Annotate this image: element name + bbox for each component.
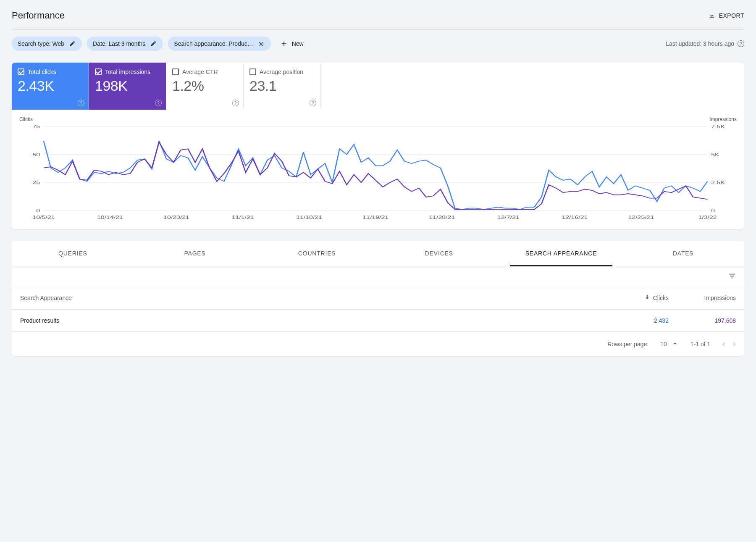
close-icon[interactable] [257,40,265,47]
checkbox-icon [249,68,256,75]
next-page-button[interactable]: › [733,339,736,350]
tab-queries[interactable]: QUERIES [12,241,134,266]
prev-page-button[interactable]: ‹ [722,339,725,350]
chip-date[interactable]: Date: Last 3 months [87,37,163,51]
svg-text:7.5K: 7.5K [711,124,725,129]
metric-tile-average-position[interactable]: Average position 23.1 ? [244,63,321,110]
series-clicks [44,141,708,210]
metric-value: 1.2% [172,78,237,94]
svg-text:12/25/21: 12/25/21 [628,215,654,220]
last-updated-text: Last updated: 3 hours ago [666,40,734,47]
filter-list-icon[interactable] [728,272,736,280]
help-icon[interactable]: ? [155,100,162,106]
col-dimension[interactable]: Search Appearance [12,286,610,310]
svg-text:10/23/21: 10/23/21 [163,215,189,220]
chip-label: Date: Last 3 months [93,40,145,47]
cell-clicks: 2,432 [610,310,677,332]
tab-pages[interactable]: PAGES [134,241,256,266]
cell-impressions: 197,608 [677,310,744,332]
svg-text:11/1/21: 11/1/21 [232,215,254,220]
svg-text:2.5K: 2.5K [711,180,725,185]
tab-dates[interactable]: DATES [622,241,744,266]
time-series-chart[interactable]: 025507502.5K5K7.5K10/5/2110/14/2110/23/2… [19,124,737,221]
svg-text:0: 0 [711,208,715,213]
help-icon[interactable]: ? [232,100,239,106]
plus-icon [280,40,288,47]
export-button[interactable]: EXPORT [708,12,744,19]
filters-row: Search type: Web Date: Last 3 months Sea… [12,37,744,51]
svg-text:11/28/21: 11/28/21 [429,215,455,220]
checkbox-icon [95,68,102,75]
export-label: EXPORT [719,12,744,19]
pencil-icon [68,40,76,47]
performance-card: Total clicks 2.43K ? Total impressions 1… [12,63,744,229]
chip-search-appearance[interactable]: Search appearance: Produc… [168,37,270,51]
metric-tile-total-clicks[interactable]: Total clicks 2.43K ? [12,63,89,110]
rows-per-page-value: 10 [660,341,667,347]
help-icon[interactable]: ? [78,100,84,106]
series-impressions [44,142,708,210]
svg-text:11/19/21: 11/19/21 [362,215,388,220]
last-updated: Last updated: 3 hours ago ? [666,40,744,47]
svg-text:10/5/21: 10/5/21 [32,215,55,220]
metric-value: 2.43K [18,78,83,94]
tab-devices[interactable]: DEVICES [378,241,500,266]
new-label: New [292,40,304,47]
svg-text:1/3/22: 1/3/22 [698,215,717,220]
chip-search-type[interactable]: Search type: Web [12,37,82,51]
tab-search-appearance[interactable]: SEARCH APPEARANCE [500,241,622,266]
new-filter-button[interactable]: New [276,37,308,51]
metric-tile-total-impressions[interactable]: Total impressions 198K ? [89,63,166,110]
col-impressions[interactable]: Impressions [677,286,744,310]
rows-per-page-select[interactable]: 10 [660,340,679,349]
tab-countries[interactable]: COUNTRIES [256,241,378,266]
caret-down-icon [671,340,679,349]
svg-text:75: 75 [33,124,40,129]
rows-per-page-label: Rows per page: [607,341,648,347]
help-icon[interactable]: ? [310,100,316,106]
checkbox-icon [172,68,179,75]
results-table: Search Appearance Clicks Impressions Pro… [12,286,744,332]
chip-label: Search appearance: Produc… [174,40,253,47]
cell-dimension: Product results [12,310,610,332]
left-axis-label: Clicks [19,116,33,122]
results-card: QUERIESPAGESCOUNTRIESDEVICESSEARCH APPEA… [12,241,744,356]
svg-text:0: 0 [36,208,40,213]
svg-text:12/7/21: 12/7/21 [497,215,520,220]
checkbox-icon [18,68,24,75]
pagination-range: 1-1 of 1 [690,341,710,347]
metric-value: 198K [95,78,160,94]
pencil-icon [150,40,157,47]
download-icon [708,12,716,19]
metric-label: Average CTR [182,68,218,75]
svg-text:10/14/21: 10/14/21 [97,215,123,220]
col-clicks[interactable]: Clicks [610,286,677,310]
help-icon[interactable]: ? [738,40,744,47]
metric-value: 23.1 [249,78,315,94]
svg-text:5K: 5K [711,152,719,157]
svg-text:12/16/21: 12/16/21 [562,215,588,220]
metric-tile-average-ctr[interactable]: Average CTR 1.2% ? [166,63,244,110]
metric-label: Total impressions [105,68,150,75]
table-row[interactable]: Product results 2,432 197,608 [12,310,744,332]
arrow-down-icon [644,294,651,302]
right-axis-label: Impressions [709,116,737,122]
svg-text:50: 50 [33,152,40,157]
metric-label: Total clicks [28,68,56,75]
svg-text:11/10/21: 11/10/21 [296,215,322,220]
chip-label: Search type: Web [18,40,64,47]
col-clicks-label: Clicks [653,295,669,301]
svg-text:25: 25 [33,180,40,185]
page-title: Performance [12,10,65,21]
metric-label: Average position [260,68,303,75]
